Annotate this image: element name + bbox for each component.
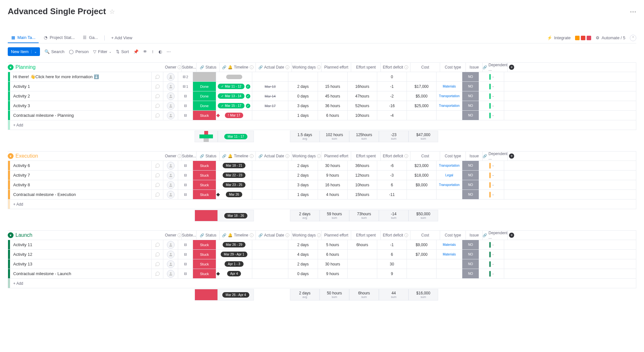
conversation-icon[interactable]	[152, 190, 163, 199]
sort-button[interactable]: ⇅Sort	[116, 49, 129, 54]
status-cell[interactable]: Stuck	[193, 111, 216, 120]
group-title[interactable]: Execution	[15, 153, 38, 159]
effort-deficit-cell[interactable]: 0	[377, 72, 407, 81]
dependent-cell[interactable]: -	[479, 269, 504, 278]
item-name[interactable]: Hi there! 👋Click here for more informati…	[10, 72, 152, 81]
timeline-cell[interactable]: !Mar 17	[216, 111, 252, 120]
item-name[interactable]: Activity 12	[10, 250, 152, 259]
column-header-owner[interactable]: Owneri	[165, 63, 182, 72]
table-row[interactable]: Hi there! 👋Click here for more informati…	[8, 72, 636, 82]
working-days-cell[interactable]: 2 days	[288, 161, 318, 170]
effort-spent-cell[interactable]: 47hours	[348, 91, 377, 101]
column-header-planned[interactable]: Planned effort	[322, 231, 351, 240]
table-row[interactable]: Activity 11 ⊟ Stuck Mar 26 - 29 2 days 5…	[8, 240, 636, 250]
status-cell[interactable]: Stuck	[193, 269, 216, 278]
column-header-issue[interactable]: Issue	[466, 152, 483, 161]
issue-cell[interactable]: NO	[462, 161, 479, 170]
column-header-dependent[interactable]: 🔗Dependent ...	[483, 152, 508, 161]
item-name[interactable]: Activity 11	[10, 240, 152, 249]
table-row[interactable]: Activity 12 ⊟ Stuck Mar 29 - Apr 1 4 day…	[8, 250, 636, 259]
timeline-pill[interactable]: Apr 1 - 3	[225, 261, 243, 267]
tab-gantt[interactable]: ☰ Ga...	[79, 32, 101, 43]
owner-cell[interactable]	[163, 91, 178, 101]
more-icon[interactable]: ⋯	[630, 8, 636, 15]
dependent-cell[interactable]: -	[479, 101, 504, 110]
effort-spent-cell[interactable]	[348, 250, 377, 259]
effort-deficit-cell[interactable]: -6	[377, 161, 407, 170]
subitems-cell[interactable]: ⊟2	[178, 72, 193, 81]
timeline-pill[interactable]: Mar 26	[226, 192, 242, 197]
column-header-status[interactable]: 🔗Status	[197, 63, 220, 72]
status-cell[interactable]	[193, 72, 216, 81]
column-header-subitems[interactable]: Subite...	[182, 63, 197, 72]
effort-deficit-cell[interactable]: -16	[377, 101, 407, 110]
column-header-timeline[interactable]: 🔗🔔Timelinei	[220, 152, 256, 161]
actual-date-cell[interactable]	[252, 190, 288, 199]
issue-cell[interactable]: NO	[462, 259, 479, 269]
owner-cell[interactable]	[163, 190, 178, 199]
group-title[interactable]: Launch	[15, 232, 33, 238]
status-cell[interactable]: Stuck	[193, 180, 216, 190]
effort-deficit-cell[interactable]: -3	[377, 171, 407, 180]
owner-cell[interactable]	[163, 240, 178, 249]
column-header-owner[interactable]: Owneri	[165, 231, 182, 240]
dependent-cell[interactable]: -	[479, 161, 504, 170]
integration-icon-1[interactable]	[575, 36, 580, 40]
height-icon[interactable]: ⫶	[152, 49, 154, 54]
planned-effort-cell[interactable]	[318, 72, 348, 81]
subitems-cell[interactable]: ⊟	[178, 250, 193, 259]
integrate-button[interactable]: ⚡ Integrate	[547, 35, 571, 40]
dependent-cell[interactable]: -	[479, 171, 504, 180]
collapse-icon[interactable]: ⌃	[630, 35, 636, 41]
effort-deficit-cell[interactable]: 6	[377, 180, 407, 190]
timeline-cell[interactable]: Apr 4	[216, 269, 252, 278]
cost-cell[interactable]: $9,000	[407, 240, 437, 249]
working-days-cell[interactable]	[288, 72, 318, 81]
cost-type-cell[interactable]: Transportation	[437, 91, 462, 101]
working-days-cell[interactable]: 2 days	[288, 259, 318, 269]
effort-deficit-cell[interactable]: 6	[377, 250, 407, 259]
tab-project-status[interactable]: ◔ Project Stat...	[40, 32, 78, 43]
table-row[interactable]: Activity 1 ⊟1 Done ✓Mar 11 - 12✓ Mar 13 …	[8, 82, 636, 91]
filter-button[interactable]: ▽Filter⌄	[93, 49, 111, 54]
cost-cell[interactable]	[407, 269, 437, 278]
effort-deficit-cell[interactable]: -4	[377, 111, 407, 120]
effort-spent-cell[interactable]: 36hours	[348, 161, 377, 170]
cost-type-cell[interactable]	[437, 269, 462, 278]
column-header-spent[interactable]: Effort spent	[351, 152, 381, 161]
issue-cell[interactable]: NO	[462, 91, 479, 101]
dependent-cell[interactable]: -	[479, 259, 504, 269]
timeline-cell[interactable]: ✓Mar 13 - 14✓	[216, 91, 252, 101]
conversation-icon[interactable]	[152, 91, 163, 101]
timeline-cell[interactable]: Mar 18 - 21	[216, 161, 252, 170]
working-days-cell[interactable]: 1 days	[288, 190, 318, 199]
status-cell[interactable]: Done	[193, 82, 216, 91]
cost-type-cell[interactable]: Transportation	[437, 161, 462, 170]
actual-date-cell[interactable]	[252, 240, 288, 249]
status-cell[interactable]: Stuck	[193, 190, 216, 199]
table-row[interactable]: Activity 6 ⊟ Stuck Mar 18 - 21 2 days 30…	[8, 161, 636, 171]
conversation-icon[interactable]	[152, 240, 163, 249]
conversation-icon[interactable]	[152, 171, 163, 180]
tab-main-table[interactable]: ▦ Main Ta...	[8, 32, 39, 43]
column-header-actual[interactable]: 🔗Actual Datei	[256, 231, 292, 240]
planned-effort-cell[interactable]: 30 hours	[318, 161, 348, 170]
column-header-cost[interactable]: Cost	[410, 63, 440, 72]
issue-cell[interactable]: NO	[462, 190, 479, 199]
effort-deficit-cell[interactable]: -11	[377, 190, 407, 199]
column-header-actual[interactable]: 🔗Actual Datei	[256, 152, 292, 161]
person-button[interactable]: ◯Person	[69, 49, 89, 54]
automate-button[interactable]: ⚙ Automate / 5	[596, 35, 625, 40]
working-days-cell[interactable]: 1 days	[288, 111, 318, 120]
add-row[interactable]: + Add	[8, 199, 636, 209]
item-name[interactable]: Activity 8	[10, 180, 152, 190]
dependent-cell[interactable]: -	[479, 82, 504, 91]
add-column-button[interactable]: +	[508, 152, 515, 161]
effort-deficit-cell[interactable]: -2	[377, 91, 407, 101]
status-cell[interactable]: Stuck	[193, 161, 216, 170]
effort-spent-cell[interactable]: 10hours	[348, 111, 377, 120]
cost-cell[interactable]: $9,000	[407, 180, 437, 190]
table-row[interactable]: Activity 13 ⊟ Stuck Apr 1 - 3 2 days 30 …	[8, 259, 636, 269]
issue-cell[interactable]: NO	[462, 111, 479, 120]
cost-cell[interactable]	[407, 190, 437, 199]
